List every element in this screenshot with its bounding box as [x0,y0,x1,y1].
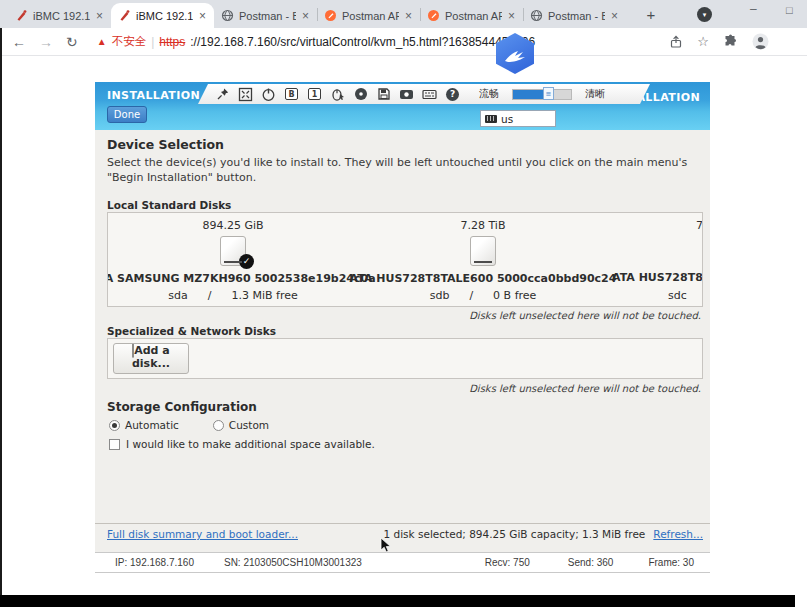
disk-size: 7.28 TiB [461,219,506,233]
tab-postman-browse-1[interactable]: Postman - Browse × [214,3,317,28]
disc-icon[interactable] [352,86,369,102]
tab-label: Postman API Platfo [445,10,502,22]
virtual-keyboard-icon[interactable] [421,86,438,102]
help-icon[interactable]: ? [444,86,461,102]
tab-postman-api-2[interactable]: Postman API Platfo × [420,3,523,28]
kvm-ip: IP: 192.168.7.160 [115,557,194,568]
power-icon[interactable] [260,86,277,102]
kvm-floating-toolbar: B 1 ? 流畅 ≡ 清晰 [198,84,650,104]
radio-automatic[interactable] [109,420,120,431]
keyboard-icon [485,115,497,123]
tab-close-icon[interactable]: × [301,9,310,23]
installer-footer: Full disk summary and boot loader... 1 d… [107,528,703,540]
url-field[interactable]: ▲ 不安全 | https://192.168.7.160/src/virtua… [97,34,535,49]
browser-tab-strip: iBMC 192.168.7.16 × iBMC 192.168.7.16 × … [0,0,807,28]
fullscreen-icon[interactable] [237,86,254,102]
boot-device-icon[interactable]: B [283,86,300,102]
kvm-serial-number: SN: 2103050CSH10M3001323 [224,557,362,568]
globe-favicon [530,9,543,22]
keyboard-mouse-icon[interactable]: 1 [306,86,323,102]
specialized-disks-heading: Specialized & Network Disks [107,325,276,337]
disk-dev: sdb [430,289,450,302]
disk-size: 7 [696,219,703,232]
disk-name: ATA HUS728T8TAL [612,271,703,284]
additional-space-checkbox[interactable] [109,439,120,450]
postman-favicon [324,9,337,22]
bookmark-star-icon[interactable]: ☆ [697,34,709,49]
done-button[interactable]: Done [107,106,147,123]
save-icon[interactable] [375,86,392,102]
quality-slider-handle[interactable]: ≡ [543,87,554,100]
mouse-cursor [380,537,391,557]
keyboard-layout-indicator[interactable]: us [480,110,556,127]
tab-label: Postman - Browse [239,10,296,22]
ibmc-favicon [15,9,28,22]
tab-close-icon[interactable]: × [610,9,619,23]
disk-name: ATA HUS728T8TALE600 5000cca0bbd90c24 [350,272,617,285]
screen-capture-icon[interactable] [398,86,415,102]
radio-custom[interactable] [213,420,224,431]
forward-icon[interactable]: → [39,34,53,50]
mouse-icon[interactable] [329,86,346,102]
profile-avatar-icon[interactable] [752,33,769,50]
reload-icon[interactable]: ↻ [66,34,78,50]
selected-check-icon: ✓ [239,254,254,269]
quality-high-label: 清晰 [585,87,605,101]
disk-size: 894.25 GiB [202,219,263,233]
tab-postman-api-1[interactable]: Postman API Platfo × [317,3,420,28]
disk-card-sdb[interactable]: 7.28 TiB ATA HUS728T8TALE600 5000cca0bbd… [358,213,608,306]
disk-card-sda[interactable]: 894.25 GiB ✓ ATA SAMSUNG MZ7KH960 500253… [108,213,358,306]
disk-card-sdc-clipped[interactable]: 7 ATA HUS728T8TAL sdc [608,213,703,306]
window-left-edge [0,28,2,595]
tab-close-icon[interactable]: × [198,9,207,23]
tab-postman-browse-2[interactable]: Postman - Browse × [523,3,626,28]
refresh-link[interactable]: Refresh... [653,528,703,540]
postman-favicon [427,9,440,22]
disk-dev: sdc [668,289,687,302]
add-disk-button[interactable]: Add a disk... [113,343,189,374]
share-icon[interactable] [669,35,683,49]
kvm-recv: Recv: 750 [485,557,530,568]
disk-free: 1.3 MiB free [231,289,297,302]
disk-dev-row: sdb / 0 B free [430,289,537,302]
tab-label: Postman API Platfo [342,10,399,22]
disk-free: 0 B free [493,289,536,302]
browser-window: iBMC 192.168.7.16 × iBMC 192.168.7.16 × … [0,0,807,607]
kvm-remote-screen: INSTALLATION DESTINATION INSTALLATION Do… [95,82,710,552]
globe-favicon [221,9,234,22]
disk-name: ATA SAMSUNG MZ7KH960 5002538e19b24c0a [107,272,376,285]
back-icon[interactable]: ← [12,34,26,50]
quality-slider-fill [513,90,547,99]
security-warning-icon: ▲ [97,36,107,47]
storage-config-radios: Automatic Custom [109,419,269,431]
kvm-frame: Frame: 30 [648,557,694,568]
tab-close-icon[interactable]: × [95,9,104,23]
window-minimize-button[interactable]: – [750,2,757,16]
security-warning-text: 不安全 [112,34,147,49]
url-scheme: https [159,35,185,49]
browser-menu-circle-button[interactable]: ▾ [697,7,712,22]
window-maximize-button[interactable]: □ [786,4,793,16]
extensions-puzzle-icon[interactable] [723,34,738,49]
hard-drive-icon: ✓ [220,236,246,266]
full-disk-summary-link[interactable]: Full disk summary and boot loader... [107,528,298,540]
browser-address-bar: ← → ↻ ▲ 不安全 | https://192.168.7.160/src/… [0,28,807,56]
storage-configuration-heading: Storage Configuration [107,400,257,414]
tab-close-icon[interactable]: × [507,9,516,23]
bird-icon [502,42,528,66]
additional-space-label: I would like to make additional space av… [126,438,375,450]
kvm-send: Send: 360 [568,557,614,568]
device-selection-heading: Device Selection [107,137,224,152]
quality-slider[interactable]: ≡ [512,89,572,100]
pin-icon[interactable] [214,86,231,102]
tab-ibmc-2-active[interactable]: iBMC 192.168.7.16 × [111,3,214,28]
local-disks-panel: 894.25 GiB ✓ ATA SAMSUNG MZ7KH960 500253… [107,212,703,307]
tab-ibmc-1[interactable]: iBMC 192.168.7.16 × [8,3,111,28]
tab-close-icon[interactable]: × [404,9,413,23]
new-tab-button[interactable]: + [640,5,662,25]
keyboard-layout-label: us [501,113,513,125]
tab-label: Postman - Browse [548,10,605,22]
radio-custom-label: Custom [229,419,269,431]
bottom-black-bar [0,595,795,607]
unselected-note: Disks left unselected here will not be t… [469,383,701,394]
